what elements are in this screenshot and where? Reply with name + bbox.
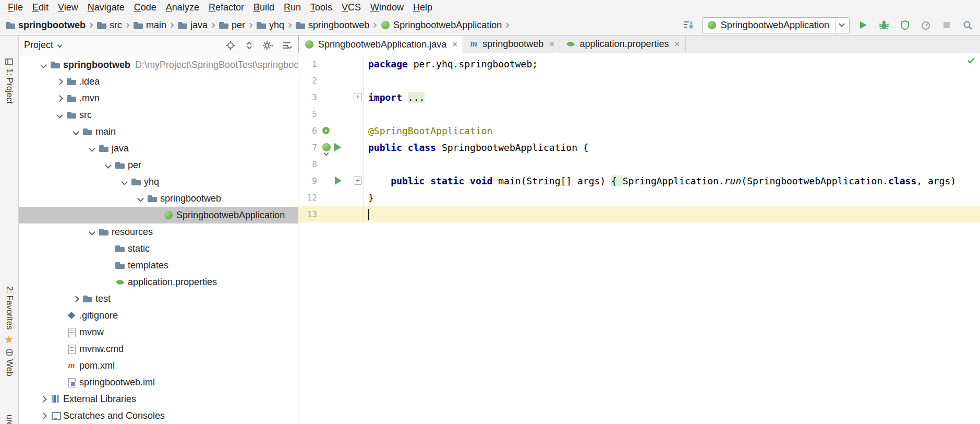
menu-vcs[interactable]: VCS <box>337 1 366 14</box>
debug-button[interactable] <box>877 18 891 32</box>
breadcrumb-springbootwebapplication[interactable]: SpringbootwebApplication <box>380 20 502 31</box>
locate-file-button[interactable] <box>225 40 236 51</box>
menu-analyze[interactable]: Analyze <box>161 1 204 14</box>
tree-item-mvnw[interactable]: mvnw <box>19 324 298 340</box>
code-segment <box>368 175 391 186</box>
tab-springbootwebapplication-java[interactable]: SpringbootwebApplication.java× <box>298 35 463 53</box>
folder-icon <box>66 110 77 120</box>
tool-button-favorites[interactable]: 2: Favorites <box>0 286 18 330</box>
tree-item-pom-xml[interactable]: mpom.xml <box>19 357 298 374</box>
menu-tools[interactable]: Tools <box>306 1 337 14</box>
import-changes-icon[interactable] <box>681 18 696 32</box>
tree-item-test[interactable]: test <box>19 290 298 307</box>
chevron-right-icon[interactable] <box>72 296 79 302</box>
tool-button-web[interactable]: Web <box>0 349 18 376</box>
chevron-right-icon[interactable] <box>40 396 47 403</box>
breadcrumb-src[interactable]: src <box>96 20 122 31</box>
fold-marker-icon[interactable]: + <box>354 176 362 185</box>
menu-help[interactable]: Help <box>408 1 437 14</box>
breadcrumb-per[interactable]: per <box>219 20 245 31</box>
close-icon[interactable]: × <box>452 41 457 48</box>
breadcrumb-springbootweb[interactable]: springbootweb <box>5 20 86 31</box>
menu-code[interactable]: Code <box>129 1 161 14</box>
spring-bean-gutter-icon[interactable] <box>321 126 331 135</box>
tool-button-structure-partial[interactable]: ure <box>0 415 18 424</box>
search-everywhere-icon[interactable] <box>960 18 975 32</box>
chevron-down-icon[interactable] <box>72 128 79 135</box>
tool-button-project[interactable]: 1: Project <box>0 58 18 104</box>
tree-item-main[interactable]: main <box>19 123 298 140</box>
tree-item-idea[interactable]: .idea <box>19 73 298 90</box>
chevron-down-icon[interactable] <box>121 179 128 185</box>
run-config-select[interactable]: SpringbootwebApplication <box>702 17 850 33</box>
chevron-right-icon[interactable] <box>40 413 47 419</box>
tree-item-java[interactable]: java <box>19 140 298 157</box>
run-gutter-icon[interactable] <box>335 176 342 185</box>
tree-item-per[interactable]: per <box>19 157 298 173</box>
hide-panel-button[interactable] <box>281 40 293 51</box>
tree-item-springbootweb[interactable]: springbootwebD:\myProject\SpringBootTest… <box>19 56 298 73</box>
code-segment: (SpringbootwebApplication. <box>741 175 888 186</box>
tree-item-mvn[interactable]: .mvn <box>19 90 298 107</box>
tree-item-mvnw-cmd[interactable]: mvnw.cmd <box>19 340 298 357</box>
folder-icon <box>50 60 61 70</box>
close-icon[interactable]: × <box>674 40 680 48</box>
fold-marker-icon[interactable]: + <box>354 93 362 101</box>
tree-item-gitignore[interactable]: .gitignore <box>19 307 298 324</box>
tree-item-src[interactable]: src <box>19 107 298 123</box>
menu-refactor[interactable]: Refactor <box>204 1 249 14</box>
tree-item-yhq[interactable]: yhq <box>19 173 298 190</box>
chevron-down-icon[interactable] <box>89 145 95 152</box>
menu-window[interactable]: Window <box>366 1 408 14</box>
settings-gear-button[interactable] <box>262 40 274 51</box>
chevron-down-icon[interactable] <box>56 112 63 119</box>
code-text: public static void main(String[] args) {… <box>364 175 956 186</box>
panel-title[interactable]: Project <box>24 40 53 51</box>
inspections-ok-icon[interactable] <box>966 56 976 67</box>
tree-item-springbootwebapplication[interactable]: SpringbootwebApplication <box>19 207 298 223</box>
tree-item-resources[interactable]: resources <box>19 223 298 240</box>
breadcrumb-java[interactable]: java <box>177 20 208 31</box>
chevron-right-icon[interactable] <box>56 78 63 85</box>
run-button[interactable] <box>856 18 870 32</box>
tree-item-springbootweb[interactable]: springbootweb <box>19 190 298 207</box>
editor-column: SpringbootwebApplication.java×mspringboo… <box>298 36 980 424</box>
chevron-down-icon[interactable] <box>105 162 112 169</box>
coverage-button[interactable] <box>898 18 912 32</box>
chevron-down-icon[interactable] <box>40 62 47 68</box>
fold-column: + <box>353 89 364 105</box>
breadcrumb-springbootweb[interactable]: springbootweb <box>295 20 369 31</box>
collapse-all-button[interactable] <box>244 40 255 51</box>
tree-item-springbootweb-iml[interactable]: springbootweb.iml <box>19 374 298 391</box>
menu-edit[interactable]: Edit <box>28 1 53 14</box>
tree-item-scratches-and-consoles[interactable]: Scratches and Consoles <box>19 407 298 424</box>
code-editor[interactable]: 1package per.yhq.springbootweb;23+import… <box>298 53 980 424</box>
menu-file[interactable]: File <box>3 1 28 14</box>
tree-item-static[interactable]: static <box>19 240 298 257</box>
menu-navigate[interactable]: Navigate <box>83 1 129 14</box>
breadcrumb-yhq[interactable]: yhq <box>256 20 284 31</box>
chevron-down-icon[interactable] <box>89 229 95 235</box>
stop-button[interactable] <box>939 18 954 32</box>
editor-line-2: 2 <box>298 72 980 89</box>
menu-build[interactable]: Build <box>249 1 279 14</box>
chevron-down-icon[interactable] <box>137 195 144 202</box>
breadcrumb-main[interactable]: main <box>133 20 166 31</box>
run-gutter-icon[interactable] <box>334 143 341 151</box>
editor-line-3: 3+import ... <box>298 89 980 105</box>
tree-item-external-libraries[interactable]: External Libraries <box>19 391 298 407</box>
tab-application-properties[interactable]: application.properties× <box>560 35 685 53</box>
tab-label: springbootweb <box>482 39 543 50</box>
file-icon <box>66 327 77 337</box>
web-icon <box>6 349 13 356</box>
tree-item-application-properties[interactable]: application.properties <box>19 274 298 290</box>
close-icon[interactable]: × <box>549 40 554 48</box>
tree-item-templates[interactable]: templates <box>19 257 298 274</box>
tab-springbootweb[interactable]: mspringbootweb× <box>463 35 560 53</box>
chevron-down-icon[interactable] <box>57 43 63 48</box>
fold-column <box>353 122 364 139</box>
profiler-button[interactable] <box>918 18 933 32</box>
chevron-right-icon[interactable] <box>56 95 63 102</box>
menu-run[interactable]: Run <box>279 1 306 14</box>
menu-view[interactable]: View <box>53 1 83 14</box>
